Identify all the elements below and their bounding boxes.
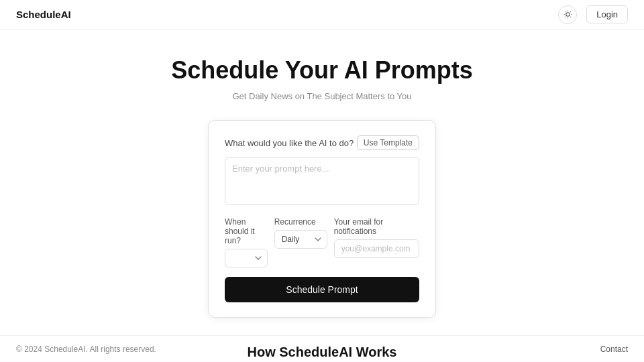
email-group: Your email for notifications [334,217,419,267]
when-run-group: When should it run? [225,217,268,267]
form-row: When should it run? Recurrence Daily Wee… [225,217,419,267]
svg-line-4 [570,17,571,17]
theme-toggle-button[interactable] [558,5,577,24]
recurrence-group: Recurrence Daily Weekly Monthly [274,217,327,267]
footer-contact-link[interactable]: Contact [600,345,628,354]
main-content: Schedule Your AI Prompts Get Daily News … [0,29,644,362]
card-header-row: What would you like the AI to do? Use Te… [225,135,419,150]
hero-subtitle: Get Daily News on The Subject Matters to… [232,91,411,101]
prompt-textarea[interactable] [225,157,419,205]
footer-copyright: © 2024 ScheduleAI. All rights reserved. [16,345,156,354]
header-right: Login [558,5,628,24]
app-header: ScheduleAI Login [0,0,644,29]
prompt-question-label: What would you like the AI to do? [225,138,354,148]
svg-point-0 [566,13,569,16]
app-footer: © 2024 ScheduleAI. All rights reserved. … [0,335,644,362]
when-run-label: When should it run? [225,217,268,245]
email-input[interactable] [334,239,419,258]
use-template-button[interactable]: Use Template [357,135,419,150]
schedule-prompt-button[interactable]: Schedule Prompt [225,277,419,302]
prompt-card: What would you like the AI to do? Use Te… [208,120,436,318]
login-button[interactable]: Login [586,5,628,23]
when-run-select[interactable] [225,249,268,267]
app-logo: ScheduleAI [16,9,71,20]
recurrence-select[interactable]: Daily Weekly Monthly [274,230,327,249]
svg-line-7 [565,17,566,17]
svg-line-8 [570,11,571,12]
recurrence-label: Recurrence [274,217,327,227]
svg-line-3 [565,11,566,12]
email-label: Your email for notifications [334,217,419,236]
hero-title: Schedule Your AI Prompts [171,56,472,84]
